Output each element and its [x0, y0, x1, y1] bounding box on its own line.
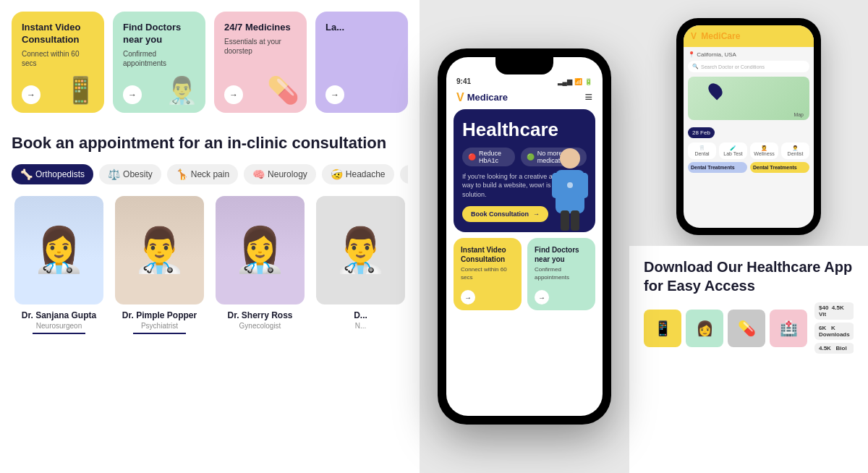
doctor-card-3[interactable]: 👩‍⚕️ Dr. Sherry Ross Gynecologist: [216, 196, 305, 334]
app-thumb-4: 🏥: [770, 310, 807, 347]
dentist-label: Dentist: [784, 151, 807, 156]
app-thumb-2: 👩: [686, 310, 723, 347]
doctor-photo-1: 👩‍⚕️: [14, 196, 103, 304]
card-subtitle: Connect within 60 secs: [22, 49, 94, 68]
svg-rect-2: [552, 173, 562, 198]
rps-search-bar[interactable]: 🔍 Search Doctor or Conditions: [688, 61, 809, 72]
tab-label: Headache: [346, 169, 386, 179]
service-card-doctors[interactable]: Find Doctors near you Confirmed appointm…: [113, 12, 205, 113]
card-subtitle: Confirmed appointments: [123, 49, 195, 68]
stat-badge-2: 6K K Downloads: [814, 323, 854, 340]
service-card-video[interactable]: Instant Video Consultation Connect withi…: [12, 12, 104, 113]
rps-location: 📍 California, USA: [688, 51, 809, 58]
doctor-card-1[interactable]: 👩‍⚕️ Dr. Sanjana Gupta Neurosurgeon: [14, 196, 103, 334]
hamburger-icon[interactable]: ≡: [584, 90, 592, 105]
brand-name: Medicare: [467, 92, 508, 103]
rps-brand-name: MediCare: [701, 31, 740, 41]
book-consultation-button[interactable]: Book Consultation →: [462, 206, 548, 222]
battery-icon: 🔋: [584, 78, 592, 85]
signal-icon: ▂▄▆: [558, 78, 572, 85]
filter-tabs: 🦴 Orthopedists ⚖️ Obesity 🦒 Neck pain 🧠 …: [12, 164, 408, 184]
svg-rect-4: [561, 210, 569, 231]
tab-label: Orthopedists: [35, 169, 85, 179]
rps-content: 📍 California, USA 🔍 Search Doctor or Con…: [684, 47, 814, 177]
doctor-photo-2: 👨‍⚕️: [115, 196, 204, 304]
wellness-icon: 💆: [753, 145, 775, 151]
tab-label: Obesity: [123, 169, 153, 179]
tab-emoji: 🤕: [331, 169, 343, 180]
doctor-card-2[interactable]: 👨‍⚕️ Dr. Pimple Popper Psychiatrist: [115, 196, 204, 334]
rps-map: Map: [688, 77, 809, 120]
location-label: California, USA: [697, 51, 736, 58]
filter-tab-neck[interactable]: 🦒 Neck pain: [167, 164, 238, 184]
rps-header: V MediCare: [684, 25, 814, 47]
phone-service-cards: Instant Video Consultation Connect withi…: [446, 238, 603, 310]
doctor-avatar-2: 👨‍⚕️: [115, 196, 204, 304]
app-thumb-1: 📱: [644, 310, 681, 347]
phone-card-video[interactable]: Instant Video Consultation Connect withi…: [454, 238, 522, 310]
mini-card-label-1: Dental Treatments: [691, 165, 744, 170]
tab-emoji: ⚖️: [108, 169, 120, 180]
phone-card-title-2: Find Doctors near you: [535, 245, 588, 264]
rps-icon-dentist[interactable]: 👨‍⚕️ Dentist: [781, 142, 809, 159]
rps-date-badge: 28 Feb: [688, 127, 715, 138]
book-appointment-section: Book an appointment for an in-clinic con…: [0, 122, 420, 343]
map-label: Map: [793, 112, 804, 117]
middle-phone-container: 9:41 ▂▄▆ 📶 🔋 V Medicare ≡ Healthcare: [420, 0, 629, 473]
card-title: Find Doctors near you: [123, 22, 195, 46]
card-icon-doctors: 👨‍⚕️: [166, 75, 198, 106]
service-cards-row: Instant Video Consultation Connect withi…: [0, 0, 420, 122]
card-arrow-medicines[interactable]: →: [224, 85, 243, 104]
phone-card-subtitle-1: Connect within 60 secs: [461, 266, 514, 281]
rps-logo-symbol: V: [691, 31, 697, 41]
location-pin-icon: 📍: [688, 51, 697, 58]
filter-tab-orthopedists[interactable]: 🦴 Orthopedists: [12, 164, 93, 184]
card-arrow-video[interactable]: →: [22, 85, 41, 104]
rps-icon-wellness[interactable]: 💆 Wellness: [750, 142, 778, 159]
filter-tab-neurology[interactable]: 🧠 Neurology: [244, 164, 316, 184]
wifi-icon: 📶: [574, 78, 582, 85]
filter-tab-headache[interactable]: 🤕 Headache: [322, 164, 394, 184]
right-panel: V MediCare 📍 California, USA 🔍 Search Do…: [629, 0, 868, 473]
rps-icon-lab[interactable]: 🧪 Lab Test: [719, 142, 747, 159]
book-btn-label: Book Consultation: [471, 210, 529, 218]
rps-logo: V MediCare: [691, 31, 740, 41]
doctor-specialty-3: Gynecologist: [216, 322, 305, 330]
rps-mini-card-1[interactable]: Dental Treatments: [688, 162, 747, 173]
doctor-name-4: D...: [316, 310, 405, 320]
card-arrow-doctors[interactable]: →: [123, 85, 142, 104]
svg-point-0: [560, 148, 580, 169]
svg-point-6: [567, 182, 573, 188]
doctor-photo-3: 👩‍⚕️: [216, 196, 305, 304]
rps-icons-row: 🦷 Dental 🧪 Lab Test 💆 Wellness 👨‍⚕: [688, 142, 809, 159]
service-card-lab[interactable]: La... →: [315, 12, 408, 113]
book-heading: Book an appointment for an in-clinic con…: [12, 133, 408, 154]
phone-card-arrow-2[interactable]: →: [535, 290, 549, 304]
card-title: 24/7 Medicines: [224, 22, 297, 34]
phone-card-doctors[interactable]: Find Doctors near you Confirmed appointm…: [527, 238, 595, 310]
right-phone-screen: V MediCare 📍 California, USA 🔍 Search Do…: [684, 25, 814, 228]
search-icon: 🔍: [692, 64, 699, 69]
phone-card-arrow-1[interactable]: →: [461, 290, 475, 304]
svg-rect-5: [571, 210, 579, 231]
tab-emoji: 🧠: [252, 169, 265, 180]
tab-emoji: 🦴: [20, 169, 33, 180]
filter-tab-shoulder[interactable]: Sho...: [400, 165, 408, 184]
rps-mini-card-2[interactable]: Dental Treatments: [750, 162, 809, 173]
service-card-medicines[interactable]: 24/7 Medicines Essentials at your doorst…: [214, 12, 307, 113]
filter-tab-obesity[interactable]: ⚖️ Obesity: [99, 164, 161, 184]
status-time: 9:41: [456, 77, 471, 85]
dentist-icon: 👨‍⚕️: [784, 145, 807, 151]
mini-card-label-2: Dental Treatments: [753, 165, 807, 170]
phone-nav: V Medicare ≡: [446, 85, 603, 109]
app-thumb-3: 💊: [728, 310, 765, 347]
card-arrow-lab[interactable]: →: [326, 85, 344, 104]
hero-doctor-image: [541, 138, 595, 232]
left-panel: Instant Video Consultation Connect withi…: [0, 0, 420, 473]
doctor-underline-1: [33, 333, 86, 334]
rps-icon-dental[interactable]: 🦷 Dental: [688, 142, 716, 159]
right-phone: V MediCare 📍 California, USA 🔍 Search Do…: [676, 18, 821, 235]
dental-label: Dental: [691, 151, 713, 156]
stat-value-2: 6K: [819, 325, 826, 331]
card-title: La...: [326, 22, 398, 34]
